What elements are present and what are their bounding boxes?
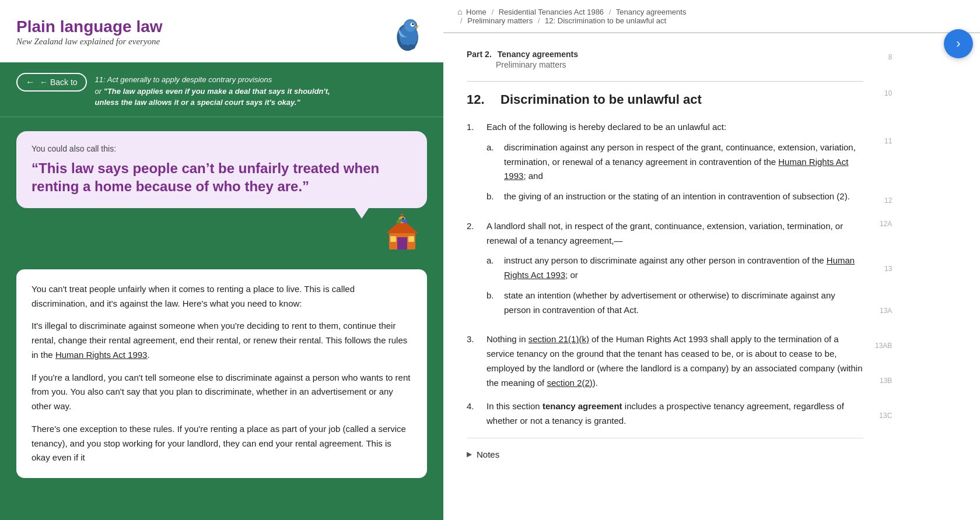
back-nav: ← ← Back to 11: Act generally to apply d…	[0, 62, 443, 117]
part-header: Part 2. Tenancy agreements Preliminary m…	[467, 50, 863, 69]
svg-rect-11	[397, 237, 407, 250]
left-header: Plain language law New Zealand law expla…	[0, 0, 443, 62]
left-content: You could also call this: “This law says…	[0, 117, 443, 521]
svg-point-3	[405, 20, 416, 32]
sub-list-1: a. discrimination against any person in …	[487, 140, 863, 204]
line-num-13b: 13B	[875, 374, 892, 387]
svg-point-8	[408, 44, 415, 49]
list-item-2-num: 2.	[467, 219, 481, 324]
law-body: 1. Each of the following is hereby decla…	[467, 120, 863, 472]
app-title: Plain language law	[16, 18, 163, 36]
law-text: Part 2. Tenancy agreements Preliminary m…	[467, 50, 863, 504]
human-rights-link-2b[interactable]: Human Rights Act 1993	[504, 255, 855, 280]
sub-item-2b-letter: b.	[487, 289, 498, 318]
notes-section[interactable]: ▶ Notes	[467, 438, 863, 472]
breadcrumb-prelim[interactable]: Preliminary matters	[467, 16, 533, 25]
sub-list-item-1b: b. the giving of an instruction or the s…	[487, 189, 863, 204]
explanation-box: You can't treat people unfairly when it …	[16, 269, 427, 478]
speech-bubble: You could also call this: “This law says…	[16, 131, 427, 208]
svg-rect-12	[390, 236, 396, 242]
list-item-1-content: Each of the following is hereby declared…	[487, 120, 863, 210]
notes-triangle-icon: ▶	[467, 449, 472, 461]
back-nav-line3: unless the law allows it or a special co…	[95, 97, 330, 108]
house-icon	[383, 213, 421, 251]
list-item-2-content: A landlord shall not, in respect of the …	[487, 219, 863, 324]
back-arrow-icon: ←	[26, 77, 35, 87]
list-item-4-content: In this section tenancy agreement includ…	[487, 399, 863, 428]
section-21-link[interactable]: section 21(1)(k)	[528, 334, 589, 344]
section-title: Discrimination to be unlawful act	[501, 92, 702, 107]
sub-item-2b-text: state an intention (whether by advertise…	[504, 289, 863, 318]
human-rights-link-2a[interactable]: Human Rights Act 1993	[504, 157, 848, 181]
sub-item-1b-letter: b.	[487, 189, 498, 204]
svg-marker-15	[400, 214, 404, 216]
svg-point-5	[412, 23, 414, 25]
back-button-label: ← Back to	[40, 78, 78, 87]
breadcrumb-sep2: /	[609, 8, 611, 16]
list-item-4-num: 4.	[467, 399, 481, 428]
part-title: Tenancy agreements	[498, 50, 578, 59]
breadcrumb-tenancy[interactable]: Tenancy agreements	[616, 8, 687, 16]
sub-item-1a-text: discrimination against any person in res…	[504, 140, 863, 184]
breadcrumb-act[interactable]: Residential Tenancies Act 1986	[499, 8, 604, 16]
part-number: Part 2.	[467, 50, 492, 59]
list-item-4-text: In this section tenancy agreement includ…	[487, 401, 844, 426]
line-num-10: 10	[875, 87, 892, 100]
list-item-1-num: 1.	[467, 120, 481, 210]
back-nav-line2: or "The law applies even if you make a d…	[95, 86, 330, 97]
main-list: 1. Each of the following is hereby decla…	[467, 120, 863, 428]
app-subtitle: New Zealand law explained for everyone	[16, 37, 163, 47]
bird-icon	[386, 10, 427, 54]
line-numbers: 8 10 11 12 12A 13 13A 13AB 13B 13C	[875, 50, 892, 504]
sub-item-1b-text: the giving of an instruction or the stat…	[504, 189, 850, 204]
sub-list-item-2a: a. instruct any person to discriminate a…	[487, 254, 863, 283]
list-item-2: 2. A landlord shall not, in respect of t…	[467, 219, 863, 324]
notes-label: Notes	[477, 448, 499, 462]
line-num-12a: 12A	[875, 217, 892, 230]
back-nav-quote2: unless the law allows it or a special co…	[95, 98, 300, 107]
human-rights-link-1[interactable]: Human Rights Act 1993	[55, 350, 148, 360]
breadcrumb-home[interactable]: Home	[466, 8, 487, 16]
header-text: Plain language law New Zealand law expla…	[16, 18, 163, 47]
section-header: 12. Discrimination to be unlawful act	[467, 92, 863, 107]
back-button[interactable]: ← ← Back to	[16, 73, 87, 92]
back-nav-quote: "The law applies even if you make a deal…	[104, 87, 330, 96]
list-item-3: 3. Nothing in section 21(1)(k) of the Hu…	[467, 332, 863, 390]
sub-item-2a-letter: a.	[487, 254, 498, 283]
breadcrumb-sep4: /	[538, 16, 540, 25]
svg-rect-13	[408, 236, 414, 242]
bubble-label: You could also call this:	[32, 144, 412, 153]
fab-icon: ›	[956, 36, 960, 51]
line-num-13a: 13A	[875, 304, 892, 317]
fab-button[interactable]: ›	[944, 29, 973, 58]
line-num-13c: 13C	[875, 409, 892, 422]
list-item-1-text: Each of the following is hereby declared…	[487, 122, 726, 132]
tenancy-agreement-bold: tenancy agreement	[542, 401, 622, 411]
explanation-p4: There's one exception to these rules. If…	[32, 422, 412, 465]
breadcrumb-sep1: /	[491, 8, 494, 16]
explanation-p1: You can't treat people unfairly when it …	[32, 282, 412, 311]
section-number: 12.	[467, 92, 490, 107]
section-divider	[467, 81, 863, 82]
line-num-8: 8	[875, 51, 892, 64]
section-2-2-link[interactable]: section 2(2)	[547, 378, 592, 388]
bubble-quote: “This law says people can’t be unfairly …	[32, 159, 412, 195]
sub-list-item-1a: a. discrimination against any person in …	[487, 140, 863, 184]
breadcrumb: ⌂ Home / Residential Tenancies Act 1986 …	[443, 0, 980, 33]
explanation-p3: If you're a landlord, you can't tell som…	[32, 371, 412, 414]
svg-point-7	[401, 44, 408, 49]
list-item-4: 4. In this section tenancy agreement inc…	[467, 399, 863, 428]
line-num-12: 12	[875, 194, 892, 207]
sub-list-2: a. instruct any person to discriminate a…	[487, 254, 863, 317]
sub-item-1a-letter: a.	[487, 140, 498, 184]
part-label: Part 2. Tenancy agreements	[467, 50, 863, 59]
list-item-1: 1. Each of the following is hereby decla…	[467, 120, 863, 210]
list-item-3-text: Nothing in section 21(1)(k) of the Human…	[487, 334, 863, 387]
right-panel: ⌂ Home / Residential Tenancies Act 1986 …	[443, 0, 980, 520]
line-num-13: 13	[875, 262, 892, 275]
line-num-13ab: 13AB	[875, 339, 892, 352]
right-content: Part 2. Tenancy agreements Preliminary m…	[443, 33, 980, 520]
line-num-11: 11	[875, 135, 892, 147]
part-sub: Preliminary matters	[467, 60, 863, 69]
list-item-3-content: Nothing in section 21(1)(k) of the Human…	[487, 332, 863, 390]
